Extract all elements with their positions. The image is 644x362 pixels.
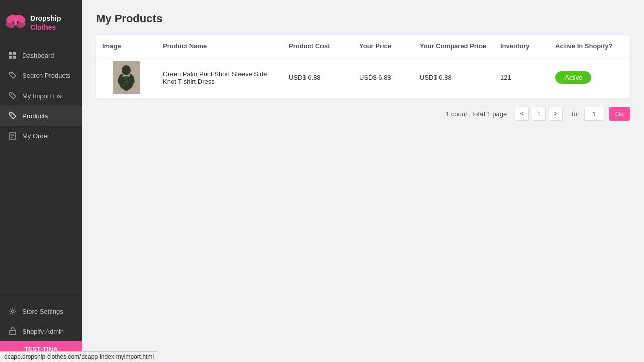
product-cost: USD$ 6.88 — [283, 69, 353, 86]
col-image: Image — [96, 35, 156, 57]
col-inventory: Inventory — [494, 35, 549, 57]
tag-icon — [8, 71, 17, 80]
sidebar: Dropship Clothes Dashboard — [0, 0, 82, 362]
status-cell: Active — [549, 66, 630, 89]
col-product-cost: Product Cost — [283, 35, 353, 57]
col-active: Active In Shopify? — [549, 35, 630, 57]
sidebar-item-my-products[interactable]: Products — [0, 106, 82, 126]
current-page-input[interactable] — [532, 107, 546, 121]
product-name: Green Palm Print Short Sleeve Side Knot … — [156, 65, 283, 90]
url-bar: dcapp.dropship-clothes.com/dcapp-index-m… — [0, 351, 158, 362]
next-page-button[interactable]: > — [549, 107, 563, 121]
svg-point-16 — [12, 310, 14, 313]
logo-icon — [5, 10, 26, 36]
pagination-info: 1 count , total 1 page — [446, 110, 507, 118]
sidebar-item-search-products-label: Search Products — [22, 72, 70, 79]
status-badge: Active — [555, 71, 591, 84]
compared-price: USD$ 6.88 — [414, 69, 494, 86]
col-product-name: Product Name — [156, 35, 283, 57]
table-header: Image Product Name Product Cost Your Pri… — [96, 35, 630, 57]
page-to-input[interactable] — [584, 107, 604, 121]
gear-icon — [8, 307, 17, 316]
prev-page-button[interactable]: < — [515, 107, 529, 121]
sidebar-item-dashboard-label: Dashboard — [22, 52, 54, 59]
your-price: USD$ 6.88 — [353, 69, 414, 86]
logo-text: Dropship Clothes — [30, 14, 61, 32]
order-icon — [8, 131, 17, 140]
svg-point-10 — [11, 94, 12, 95]
sidebar-item-store-settings[interactable]: Store Settings — [0, 301, 82, 321]
sidebar-item-my-import-list[interactable]: My Import List — [0, 85, 82, 106]
product-image-cell — [96, 57, 156, 98]
svg-point-4 — [14, 18, 17, 26]
svg-point-19 — [122, 65, 131, 75]
svg-rect-5 — [9, 52, 12, 55]
import-icon — [8, 91, 17, 100]
svg-point-9 — [11, 73, 12, 74]
main-content: My Products Image Product Name Product C… — [82, 0, 644, 362]
product-thumbnail — [113, 61, 140, 94]
grid-icon — [8, 51, 17, 60]
svg-rect-17 — [10, 330, 16, 335]
svg-rect-6 — [13, 52, 16, 55]
col-compared-price: Your Compared Price — [414, 35, 494, 57]
go-button[interactable]: Go — [609, 107, 630, 121]
products-icon — [8, 111, 17, 120]
sidebar-item-my-import-list-label: My Import List — [22, 92, 63, 100]
dress-image — [113, 61, 140, 94]
sidebar-item-search-products[interactable]: Search Products — [0, 65, 82, 85]
url-text: dcapp.dropship-clothes.com/dcapp-index-m… — [4, 353, 154, 360]
sidebar-item-my-order[interactable]: My Order — [0, 126, 82, 146]
sidebar-item-my-order-label: My Order — [22, 132, 49, 140]
sidebar-item-store-settings-label: Store Settings — [22, 308, 63, 315]
sidebar-item-dashboard[interactable]: Dashboard — [0, 45, 82, 65]
svg-rect-7 — [9, 56, 12, 59]
sidebar-item-my-products-label: Products — [22, 112, 48, 120]
col-your-price: Your Price — [353, 35, 414, 57]
page-title: My Products — [96, 12, 630, 25]
sidebar-nav: Dashboard Search Products My Import List — [0, 45, 82, 296]
table-row: Green Palm Print Short Sleeve Side Knot … — [96, 57, 630, 99]
sidebar-item-shopify-admin[interactable]: Shopify Admin — [0, 321, 82, 341]
svg-point-11 — [11, 114, 12, 115]
sidebar-item-shopify-admin-label: Shopify Admin — [22, 328, 64, 335]
pagination-bar: 1 count , total 1 page < > To: Go — [96, 107, 630, 121]
svg-rect-8 — [13, 56, 16, 59]
products-table: Image Product Name Product Cost Your Pri… — [96, 35, 630, 99]
logo: Dropship Clothes — [0, 0, 82, 45]
to-label: To: — [570, 110, 579, 118]
inventory: 121 — [494, 69, 549, 86]
shop-icon — [8, 327, 17, 336]
